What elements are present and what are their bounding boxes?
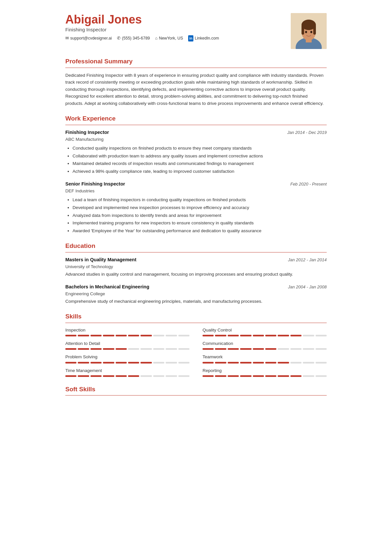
skill-bar [65,375,189,377]
skill-name: Reporting [203,367,327,374]
skill-item: Teamwork [203,354,327,363]
skill-segment-empty [290,348,302,350]
skill-segment-filled [116,348,127,350]
skill-segment-filled [253,335,264,336]
job-block: Senior Finishing InspectorFeb 2020 - Pre… [65,181,327,234]
skill-segment-empty [153,375,164,377]
skills-grid: InspectionQuality ControlAttention to De… [65,327,327,378]
soft-skills-divider [65,395,327,396]
skill-segment-empty [278,348,289,350]
skill-name: Inspection [65,327,189,333]
jobs-container: Finishing InspectorJan 2014 - Dec 2019AB… [65,129,327,234]
skill-segment-empty [303,362,314,364]
soft-skills-title: Soft Skills [65,385,327,394]
skill-segment-filled [103,362,114,364]
edu-dates: Jan 2012 - Jan 2014 [288,257,327,263]
edu-title: Masters in Quality Management [65,256,137,264]
skill-segment-filled [90,335,102,336]
job-dates: Jan 2014 - Dec 2019 [287,129,327,136]
skill-segment-filled [253,375,264,377]
skills-section: Skills InspectionQuality ControlAttentio… [65,312,327,378]
skill-segment-empty [166,348,177,350]
header-contact: ✉ support@cvdesigner.ai ✆ (555) 345-6789… [65,35,291,41]
skill-name: Communication [203,340,327,347]
skill-segment-empty [316,335,327,336]
contact-email: ✉ support@cvdesigner.ai [65,35,112,41]
contact-linkedin: in LinkedIn.com [188,35,219,41]
skill-segment-filled [215,375,226,377]
skill-segment-filled [78,375,89,377]
skill-segment-empty [153,362,164,364]
skill-segment-filled [103,375,114,377]
svg-point-9 [310,31,312,33]
list-item: Achieved a 98% quality compliance rate, … [73,168,327,175]
skill-segment-empty [166,335,177,336]
education-section: Education Masters in Quality ManagementJ… [65,241,327,305]
skill-segment-filled [290,375,302,377]
skills-divider [65,323,327,323]
skill-segment-filled [103,348,114,350]
linkedin-icon: in [188,35,193,41]
skill-segment-filled [240,348,251,350]
skill-item: Quality Control [203,327,327,336]
summary-text: Dedicated Finishing Inspector with 8 yea… [65,72,327,107]
soft-skills-section: Soft Skills [65,385,327,396]
avatar-svg [291,13,327,49]
job-header: Senior Finishing InspectorFeb 2020 - Pre… [65,181,327,188]
list-item: Collaborated with production team to add… [73,153,327,160]
skill-segment-empty [140,375,152,377]
skill-segment-empty [128,348,139,350]
skill-segment-empty [153,348,164,350]
skill-segment-filled [90,348,102,350]
skill-segment-filled [140,362,152,364]
skill-segment-filled [140,335,152,336]
skill-bar [65,348,189,350]
skill-bar [203,362,327,364]
skill-segment-empty [153,335,164,336]
skill-segment-filled [265,348,276,350]
skill-segment-filled [128,335,139,336]
skill-segment-filled [215,335,226,336]
skill-bar [203,348,327,350]
list-item: Implemented training programs for new in… [73,219,327,227]
skill-segment-filled [215,362,226,364]
edu-header: Masters in Quality ManagementJan 2012 - … [65,256,327,264]
skill-segment-filled [203,335,214,336]
skill-segment-filled [116,362,127,364]
skill-segment-filled [228,335,239,336]
skill-segment-empty [316,375,327,377]
candidate-title: Finishing Inspector [65,26,291,34]
edu-dates: Jan 2004 - Jan 2008 [288,284,327,290]
job-bullets: Lead a team of finishing inspectors in c… [65,196,327,234]
skill-segment-filled [265,375,276,377]
skill-segment-filled [278,335,289,336]
edu-block: Masters in Quality ManagementJan 2012 - … [65,256,327,278]
skill-bar [203,375,327,377]
svg-point-8 [305,31,307,33]
job-dates: Feb 2020 - Present [290,181,327,187]
skill-segment-empty [303,375,314,377]
skill-bar [65,335,189,336]
phone-icon: ✆ [117,35,121,41]
skill-bar [203,335,327,336]
skill-segment-filled [90,375,102,377]
experience-divider [65,125,327,125]
skill-item: Inspection [65,327,189,336]
svg-rect-7 [313,25,316,35]
skill-segment-empty [178,362,189,364]
list-item: Analyzed data from inspections to identi… [73,212,327,219]
skill-segment-filled [128,375,139,377]
edu-block: Bachelors in Mechanical EngineeringJan 2… [65,283,327,305]
job-header: Finishing InspectorJan 2014 - Dec 2019 [65,129,327,136]
edu-desc: Comprehensive study of mechanical engine… [65,298,327,305]
skill-segment-empty [303,348,314,350]
job-company: DEF Industries [65,188,327,194]
skill-segment-filled [78,362,89,364]
skill-item: Reporting [203,367,327,377]
job-company: ABC Manufacturing [65,136,327,143]
email-icon: ✉ [65,35,69,41]
list-item: Maintained detailed records of inspectio… [73,160,327,167]
skill-segment-filled [253,362,264,364]
skill-name: Attention to Detail [65,340,189,347]
job-title: Senior Finishing Inspector [65,181,125,188]
